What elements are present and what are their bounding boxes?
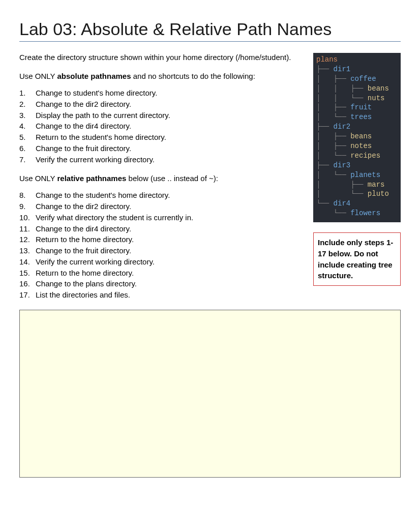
left-column: Create the directory structure shown wit… — [19, 53, 313, 301]
tree-dir: planets — [350, 171, 380, 179]
instr2-bold: relative pathnames — [57, 174, 126, 183]
list-item: Display the path to the current director… — [19, 110, 307, 121]
instr2-suffix: below (use .. instead of ~): — [126, 174, 218, 183]
list-item: Return to the student's home directory. — [19, 132, 307, 143]
absolute-steps-list: Change to student's home directory. Chan… — [19, 87, 307, 165]
tree-file: beans — [368, 84, 389, 93]
list-item: List the directories and files. — [19, 289, 307, 301]
right-column: plans ├── dir1 │ ├── coffee │ │ ├── bean… — [313, 53, 401, 286]
list-item: Verify the current working directory. — [19, 154, 307, 165]
list-item: Change to the plans directory. — [19, 278, 307, 289]
tree-root: plans — [316, 55, 338, 64]
list-item: Change to the student's home directory. — [19, 190, 307, 201]
tree-file: notes — [350, 142, 372, 150]
list-item: Change to student's home directory. — [19, 87, 307, 99]
directory-tree: plans ├── dir1 │ ├── coffee │ │ ├── bean… — [313, 53, 401, 222]
tree-dir: dir4 — [334, 199, 351, 208]
list-item: Change to the dir4 directory. — [19, 223, 307, 234]
tree-dir: fruit — [350, 103, 372, 111]
content-area: Create the directory structure shown wit… — [19, 53, 401, 301]
tree-file: nuts — [368, 94, 385, 102]
warning-box: Include only steps 1-17 below. Do not in… — [313, 232, 401, 286]
list-item: Verify the current working directory. — [19, 256, 307, 268]
page-title: Lab 03: Absolute & Relative Path Names — [19, 19, 401, 42]
instruction-absolute: Use ONLY absolute pathnames and no short… — [19, 72, 307, 80]
tree-file: mars — [368, 181, 385, 189]
tree-dir: coffee — [350, 75, 376, 83]
tree-dir: flowers — [350, 209, 380, 217]
instruction-relative: Use ONLY relative pathnames below (use .… — [19, 174, 307, 183]
list-item: Change to the dir2 directory. — [19, 99, 307, 110]
list-item: Change to the dir2 directory. — [19, 201, 307, 212]
tree-dir: dir3 — [334, 161, 351, 169]
list-item: Change to the fruit directory. — [19, 143, 307, 154]
list-item: Change to the fruit directory. — [19, 245, 307, 256]
tree-file: beans — [350, 132, 372, 140]
tree-dir: dir1 — [334, 65, 351, 73]
tree-file: pluto — [368, 190, 389, 198]
tree-dir: dir2 — [334, 123, 351, 131]
intro-text: Create the directory structure shown wit… — [19, 53, 307, 62]
instr1-bold: absolute pathnames — [57, 72, 131, 80]
tree-dir: trees — [350, 113, 372, 121]
relative-steps-list: Change to the student's home directory. … — [19, 190, 307, 301]
tree-file: recipes — [350, 152, 380, 160]
list-item: Return to the home directory. — [19, 234, 307, 245]
list-item: Return to the home directory. — [19, 268, 307, 279]
instr2-prefix: Use ONLY — [19, 174, 57, 183]
instr1-prefix: Use ONLY — [19, 72, 57, 80]
answer-box[interactable] — [19, 310, 401, 478]
list-item: Verify what directory the student is cur… — [19, 212, 307, 223]
instr1-suffix: and no shortcuts to do the following: — [131, 72, 255, 80]
list-item: Change to the dir4 directory. — [19, 121, 307, 132]
